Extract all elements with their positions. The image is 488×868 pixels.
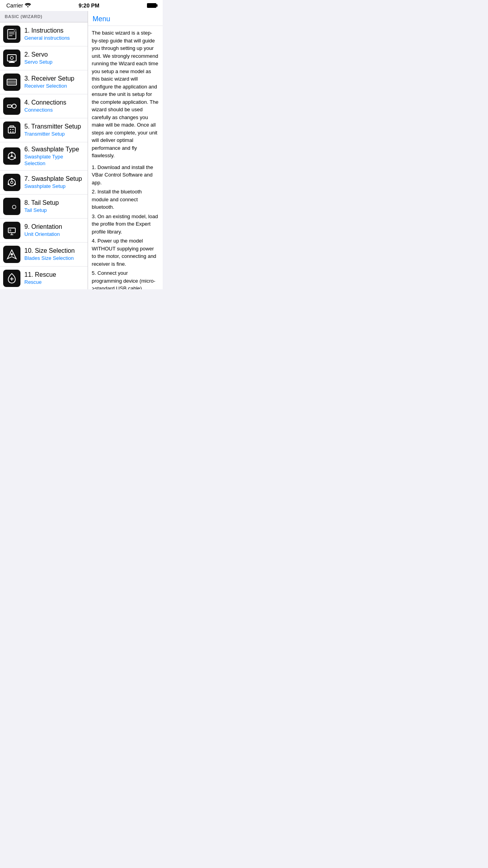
menu-label[interactable]: Menu	[93, 15, 110, 23]
svg-point-40	[11, 181, 13, 184]
swashplate-setup-icon	[3, 174, 20, 191]
svg-point-23	[13, 129, 14, 130]
connections-icon	[3, 97, 20, 115]
svg-point-41	[13, 205, 16, 209]
step-2: 2. Install the bluetooth module and conn…	[92, 188, 159, 211]
detail-paragraph-1: The basic wizard is a step-by-step guide…	[92, 29, 159, 160]
svg-line-33	[9, 156, 12, 158]
list-item-6[interactable]: 6. Swashplate TypeSwashplate Type Select…	[0, 142, 88, 171]
item-subtitle-8: Tail Setup	[24, 207, 83, 214]
list-item-1[interactable]: !1. InstructionsGeneral instructions	[0, 22, 88, 46]
item-title-3: 3. Receiver Setup	[24, 75, 83, 83]
item-title-1: 1. Instructions	[24, 27, 83, 35]
step-5: 5. Connect your programming device (micr…	[92, 269, 159, 289]
svg-rect-45	[9, 229, 11, 232]
item-title-8: 8. Tail Setup	[24, 199, 83, 207]
item-title-11: 11. Rescue	[24, 271, 83, 279]
item-title-10: 10. Size Selection	[24, 247, 83, 255]
svg-point-46	[11, 253, 13, 256]
item-subtitle-10: Blades Size Selection	[24, 255, 83, 262]
status-bar: Carrier 9:20 PM	[0, 0, 163, 11]
orientation-icon	[3, 222, 20, 239]
item-subtitle-11: Rescue	[24, 279, 83, 286]
battery-indicator	[147, 3, 156, 8]
item-title-9: 9. Orientation	[24, 223, 83, 231]
list-item-7[interactable]: 7. Swashplate SetupSwashplate Setup	[0, 171, 88, 195]
item-subtitle-5: Transmitter Setup	[24, 131, 83, 138]
split-view: BASIC (WIZARD) !1. InstructionsGeneral i…	[0, 11, 163, 289]
item-subtitle-7: Swashplate Setup	[24, 183, 83, 190]
svg-point-38	[14, 183, 16, 185]
list-item-11[interactable]: 11. RescueRescue	[0, 267, 88, 289]
svg-point-25	[13, 131, 14, 132]
wizard-list: !1. InstructionsGeneral instructions2. S…	[0, 22, 88, 289]
carrier-label: Carrier	[6, 2, 31, 9]
svg-rect-42	[8, 228, 15, 233]
svg-point-24	[10, 131, 11, 132]
svg-point-37	[8, 183, 10, 185]
item-title-6: 6. Swashplate Type	[24, 145, 83, 154]
step-3: 3. On an existing model, load the profil…	[92, 213, 159, 236]
list-item-3[interactable]: 3. Receiver SetupReceiver Selection	[0, 70, 88, 94]
svg-rect-21	[8, 127, 15, 133]
svg-rect-8	[9, 62, 15, 63]
svg-rect-6	[7, 55, 17, 61]
receiver-icon	[3, 74, 20, 91]
list-item-10[interactable]: 10. Size SelectionBlades Size Selection	[0, 243, 88, 267]
item-title-7: 7. Swashplate Setup	[24, 175, 83, 183]
step-list: 1. Download and install the VBar Control…	[92, 164, 159, 290]
svg-rect-19	[7, 105, 12, 107]
step-1: 1. Download and install the VBar Control…	[92, 164, 159, 187]
servo-icon	[3, 50, 20, 67]
item-subtitle-4: Connections	[24, 107, 83, 114]
swashplate-type-icon	[3, 147, 20, 165]
item-title-5: 5. Transmitter Setup	[24, 123, 83, 131]
list-item-8[interactable]: 8. Tail SetupTail Setup	[0, 195, 88, 219]
item-subtitle-1: General instructions	[24, 35, 83, 42]
list-item-2[interactable]: 2. ServoServo Setup	[0, 46, 88, 70]
instructions-icon: !	[3, 26, 20, 43]
transmitter-icon	[3, 121, 20, 139]
right-panel-content: The basic wizard is a step-by-step guide…	[88, 26, 163, 289]
list-item-4[interactable]: 4. ConnectionsConnections	[0, 94, 88, 118]
svg-point-18	[12, 104, 17, 108]
item-title-4: 4. Connections	[24, 99, 83, 107]
item-subtitle-9: Unit Orientation	[24, 231, 83, 238]
right-panel-header: Menu	[88, 11, 163, 26]
left-panel: BASIC (WIZARD) !1. InstructionsGeneral i…	[0, 11, 88, 289]
list-item-5[interactable]: 5. Transmitter SetupTransmitter Setup	[0, 118, 88, 142]
wifi-icon	[25, 2, 31, 9]
rescue-icon	[3, 270, 20, 287]
section-header-basic: BASIC (WIZARD)	[0, 11, 88, 22]
svg-point-9	[10, 57, 13, 60]
step-4: 4. Power up the model WITHOUT supplying …	[92, 237, 159, 268]
svg-line-34	[12, 156, 15, 158]
svg-text:!: !	[15, 30, 15, 32]
svg-rect-26	[10, 126, 14, 127]
svg-point-22	[10, 129, 11, 130]
item-subtitle-2: Servo Setup	[24, 59, 83, 66]
tail-icon	[3, 198, 20, 215]
list-item-9[interactable]: 9. OrientationUnit Orientation	[0, 219, 88, 243]
item-subtitle-6: Swashplate Type Selection	[24, 154, 83, 167]
svg-point-36	[11, 178, 13, 180]
time-label: 9:20 PM	[79, 2, 99, 9]
item-title-2: 2. Servo	[24, 51, 83, 59]
item-subtitle-3: Receiver Selection	[24, 83, 83, 90]
size-icon	[3, 246, 20, 263]
right-panel: Menu The basic wizard is a step-by-step …	[88, 11, 163, 289]
